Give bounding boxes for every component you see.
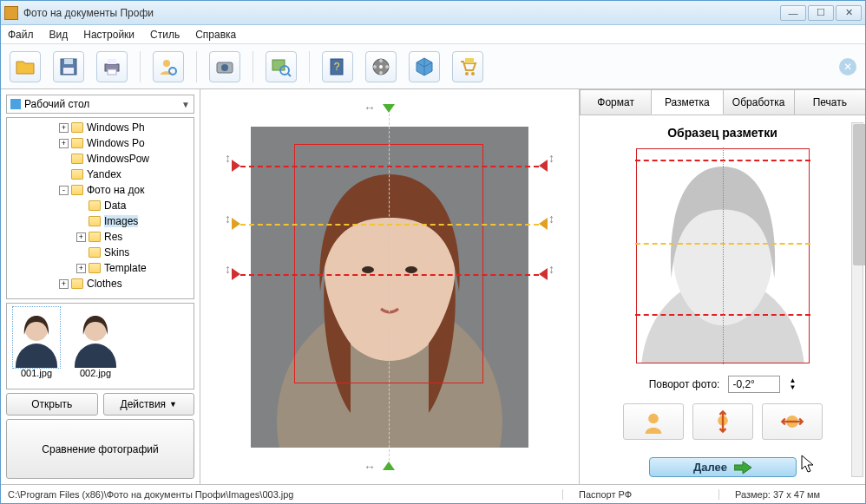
tree-expand-icon[interactable]: + <box>76 232 86 242</box>
pan-arrows-left-2[interactable]: ↕ <box>225 212 231 226</box>
window-title: Фото на документы Профи <box>23 7 778 19</box>
pan-arrows-top[interactable]: ↔ <box>364 101 376 115</box>
cart-button[interactable] <box>452 51 483 82</box>
pan-arrows-left-1[interactable]: ↕ <box>225 151 231 165</box>
next-button[interactable]: Далее <box>649 457 797 477</box>
menu-file[interactable]: Файл <box>8 29 34 41</box>
tree-expand-icon[interactable]: - <box>59 186 69 195</box>
pan-arrows-right-2[interactable]: ↕ <box>548 212 554 226</box>
rotation-spin-down[interactable]: ▼ <box>789 384 796 391</box>
camera-button[interactable] <box>209 51 240 82</box>
rotation-input[interactable] <box>728 376 780 393</box>
tabs: Формат Разметка Обработка Печать <box>580 89 865 115</box>
sample-title: Образец разметки <box>667 126 777 140</box>
svg-point-36 <box>648 414 659 424</box>
markup-tool-row <box>623 403 823 440</box>
save-button[interactable] <box>53 51 84 82</box>
guide-top-handle-left[interactable] <box>232 160 240 172</box>
width-guides-button[interactable] <box>762 403 823 440</box>
toolbar: ? ✕ <box>1 44 865 89</box>
tree-item-label: Windows Po <box>87 137 145 149</box>
tab-format[interactable]: Формат <box>580 89 652 115</box>
close-button[interactable]: ✕ <box>836 5 862 21</box>
folder-dropdown[interactable]: Рабочий стол ▼ <box>6 95 194 114</box>
tree-item[interactable]: +Template <box>7 260 194 276</box>
image-zoom-button[interactable] <box>266 51 297 82</box>
guide-chin-handle-right[interactable] <box>539 268 548 280</box>
guide-chin-handle-left[interactable] <box>232 268 240 280</box>
svg-point-21 <box>465 72 469 75</box>
minimize-button[interactable]: — <box>780 5 806 21</box>
tree-item[interactable]: WindowsPow <box>7 151 194 167</box>
thumbnail[interactable]: 002.jpg <box>69 307 121 385</box>
auto-face-button[interactable] <box>623 403 684 440</box>
status-format: Паспорт РФ <box>563 489 719 500</box>
compare-button[interactable]: Сравнение фотографий <box>6 419 194 479</box>
open-button[interactable]: Открыть <box>6 393 98 416</box>
panel-close-icon[interactable]: ✕ <box>839 58 856 75</box>
pan-arrows-right-1[interactable]: ↕ <box>548 151 554 165</box>
tree-item[interactable]: +Res <box>7 229 194 245</box>
tree-item-label: WindowsPow <box>87 153 149 165</box>
center-handle-bottom[interactable] <box>383 461 395 470</box>
tree-expand-icon[interactable]: + <box>76 264 86 273</box>
maximize-button[interactable]: ☐ <box>808 5 834 21</box>
thumbnail[interactable]: 001.jpg <box>10 307 62 385</box>
menu-settings[interactable]: Настройки <box>83 29 134 41</box>
tab-print[interactable]: Печать <box>794 89 865 115</box>
folder-selected-label: Рабочий стол <box>24 98 89 110</box>
app-icon <box>4 6 18 20</box>
folder-icon <box>71 169 83 180</box>
person-search-button[interactable] <box>153 51 184 82</box>
guide-top[interactable] <box>240 166 539 167</box>
guide-chin[interactable] <box>240 274 539 276</box>
help-book-button[interactable]: ? <box>322 51 353 82</box>
tree-item[interactable]: +Windows Ph <box>7 120 194 135</box>
canvas-panel: ↔ ↔ ↕ ↕ ↕ ↕ ↕ ↕ <box>200 89 579 484</box>
tree-item[interactable]: Yandex <box>7 167 194 182</box>
tree-item[interactable]: Data <box>7 198 194 213</box>
pan-arrows-bottom[interactable]: ↔ <box>364 460 376 474</box>
tree-item[interactable]: Images <box>7 213 194 229</box>
menu-view[interactable]: Вид <box>49 29 69 41</box>
pan-arrows-right-3[interactable]: ↕ <box>548 262 554 276</box>
pan-arrows-left-3[interactable]: ↕ <box>225 262 231 276</box>
package-button[interactable] <box>409 51 440 82</box>
right-panel: Формат Разметка Обработка Печать Образец… <box>579 89 865 484</box>
folder-icon <box>89 263 101 273</box>
svg-rect-5 <box>108 69 116 75</box>
right-scrollbar[interactable] <box>851 122 863 477</box>
tree-item-label: Data <box>104 200 126 212</box>
menu-style[interactable]: Стиль <box>150 29 180 41</box>
vertical-center-guide[interactable] <box>389 109 390 465</box>
open-file-button[interactable] <box>10 51 41 82</box>
tree-item[interactable]: -Фото на док <box>7 182 194 198</box>
thumbnail-strip[interactable]: 001.jpg002.jpg <box>6 303 194 389</box>
guide-top-handle-right[interactable] <box>539 160 548 172</box>
guide-eyes-handle-left[interactable] <box>232 218 240 230</box>
svg-rect-23 <box>465 58 474 63</box>
svg-point-22 <box>471 72 475 75</box>
actions-button[interactable]: Действия▼ <box>103 393 195 416</box>
tree-expand-icon[interactable]: + <box>59 139 69 148</box>
height-guides-button[interactable] <box>692 403 753 440</box>
tree-item[interactable]: Skins <box>7 245 194 260</box>
tree-item[interactable]: +Windows Po <box>7 135 194 151</box>
tree-item-label: Skins <box>104 246 129 259</box>
center-handle-top[interactable] <box>383 104 395 113</box>
film-button[interactable] <box>365 51 397 82</box>
tab-process[interactable]: Обработка <box>723 89 795 115</box>
print-button[interactable] <box>96 51 128 82</box>
tree-expand-icon[interactable]: + <box>59 279 69 289</box>
tree-item[interactable]: +Clothes <box>7 276 194 291</box>
guide-eyes-handle-right[interactable] <box>539 218 548 230</box>
tab-markup[interactable]: Разметка <box>651 89 723 115</box>
menu-help[interactable]: Справка <box>195 29 236 41</box>
sample-guide-center <box>723 147 724 364</box>
svg-rect-10 <box>272 60 285 70</box>
folder-tree[interactable]: +Windows Ph+Windows PoWindowsPowYandex-Ф… <box>6 117 194 299</box>
tree-expand-icon[interactable]: + <box>59 123 69 133</box>
folder-icon <box>89 247 101 258</box>
guide-eyes[interactable] <box>240 224 539 226</box>
canvas[interactable]: ↔ ↔ ↕ ↕ ↕ ↕ ↕ ↕ <box>225 101 554 474</box>
